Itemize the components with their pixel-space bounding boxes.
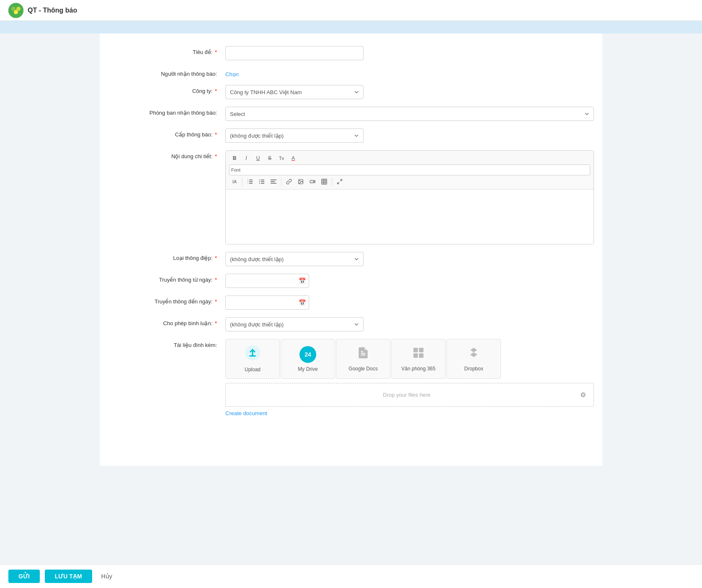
strikethrough-button[interactable]: S [264,153,275,164]
rich-text-editor: B I U S Tx A Font IA [225,150,594,244]
tieu-de-input[interactable] [225,46,364,60]
svg-point-2 [16,7,21,11]
cong-ty-select[interactable]: Công ty TNHH ABC Việt Nam [225,85,364,99]
svg-rect-38 [419,353,423,358]
svg-point-12 [259,183,260,184]
app-header: QT - Thông báo [0,0,702,21]
svg-point-3 [14,10,18,14]
create-document-link[interactable]: Create document [225,410,267,416]
svg-rect-21 [310,180,314,183]
app-logo [8,3,23,18]
svg-rect-35 [413,348,418,352]
svg-point-1 [11,7,15,11]
unordered-list-button[interactable] [256,176,267,187]
truyen-den-row: Truyền thông đến ngày: * 📅 [108,295,594,310]
loai-select[interactable]: (không được thiết lập) [225,252,364,266]
truyen-den-input[interactable] [225,295,309,310]
italic-button[interactable]: I [241,153,252,164]
app-title: QT - Thông báo [28,7,77,14]
binh-luan-select[interactable]: (không được thiết lập) [225,317,364,331]
office-icon [412,346,425,362]
google-docs-icon [356,346,370,362]
attachment-section: Upload 24 My Drive [225,339,594,416]
svg-rect-16 [271,180,276,180]
editor-body[interactable] [226,190,594,244]
svg-rect-23 [322,179,327,184]
page-content: Tiêu đề: * Người nhận thông báo: Chọn Cô… [100,33,602,466]
tx-button[interactable]: Tx [276,153,287,164]
my-drive-button[interactable]: 24 My Drive [281,339,335,379]
phong-ban-row: Phòng ban nhận thông báo: Select [108,107,594,121]
office365-button[interactable]: Văn phòng 365 [391,339,446,379]
upload-button[interactable]: Upload [225,339,280,379]
cong-ty-label: Công ty: * [108,85,225,94]
noi-dung-label: Nội dung chi tiết: * [108,150,225,159]
font-color-button[interactable]: A [288,153,299,164]
drop-zone-text: Drop your files here [233,392,580,398]
drive-label: My Drive [298,366,317,372]
truyen-tu-input[interactable] [225,274,309,288]
nguoi-nhan-row: Người nhận thông báo: Chọn [108,68,594,77]
svg-line-29 [338,182,339,184]
ordered-list-button[interactable]: 1 2 3 [245,176,256,187]
dropbox-label: Dropbox [464,366,483,372]
toolbar-divider-3 [332,177,332,186]
bold-button[interactable]: B [229,153,240,164]
font-select[interactable]: Font [229,164,590,175]
toolbar-divider-2 [281,177,281,186]
truyen-den-label: Truyền thông đến ngày: * [108,295,225,305]
svg-rect-37 [413,353,418,358]
video-button[interactable] [307,176,318,187]
upload-icon [245,345,260,363]
binh-luan-label: Cho phép bình luận: * [108,317,225,326]
svg-point-20 [299,180,300,181]
gdocs-label: Google Docs [348,366,377,372]
dropbox-button[interactable]: Dropbox [446,339,501,379]
image-button[interactable] [295,176,306,187]
noi-dung-row: Nội dung chi tiết: * B I U S Tx A Font I… [108,150,594,244]
align-button[interactable] [268,176,279,187]
cong-ty-row: Công ty: * Công ty TNHH ABC Việt Nam [108,85,594,99]
cap-row: Cấp thông báo: * (không được thiết lập) [108,128,594,143]
drive-badge: 24 [299,346,316,363]
cap-label: Cấp thông báo: * [108,128,225,138]
nguoi-nhan-label: Người nhận thông báo: [108,68,225,77]
svg-rect-36 [419,348,423,352]
chon-link[interactable]: Chọn [225,68,239,77]
svg-line-28 [340,180,342,181]
binh-luan-row: Cho phép bình luận: * (không được thiết … [108,317,594,331]
underline-button[interactable]: U [253,153,263,164]
editor-toolbar: B I U S Tx A Font IA [226,151,594,190]
dropbox-icon [467,346,480,362]
svg-point-10 [259,180,260,180]
loai-label: Loại thông điệp: * [108,252,225,261]
truyen-tu-row: Truyền thông từ ngày: * 📅 [108,274,594,288]
truyen-tu-label: Truyền thông từ ngày: * [108,274,225,283]
tieu-de-label: Tiêu đề: * [108,46,225,55]
phong-ban-select[interactable]: Select [225,107,594,121]
svg-text:3: 3 [248,182,248,184]
gear-button[interactable]: ⚙ [580,391,586,399]
svg-rect-17 [271,181,275,182]
svg-marker-22 [314,180,315,183]
tai-lieu-row: Tài liệu đính kèm: Upload [108,339,594,416]
google-docs-button[interactable]: Google Docs [336,339,390,379]
cap-select[interactable]: (không được thiết lập) [225,128,364,143]
tieu-de-row: Tiêu đề: * [108,46,594,60]
font-size-button[interactable]: IA [229,176,240,187]
tai-lieu-label: Tài liệu đính kèm: [108,339,225,348]
office-label: Văn phòng 365 [401,366,435,372]
loai-row: Loại thông điệp: * (không được thiết lập… [108,252,594,266]
toolbar-divider-1 [242,177,243,186]
svg-point-11 [259,181,260,182]
upload-label: Upload [245,367,261,372]
drop-zone[interactable]: Drop your files here ⚙ [225,383,594,407]
attachment-buttons: Upload 24 My Drive [225,339,594,379]
phong-ban-label: Phòng ban nhận thông báo: [108,107,225,116]
svg-rect-18 [271,183,276,184]
table-button[interactable] [319,176,330,187]
fullscreen-button[interactable] [334,176,345,187]
blue-banner [0,21,702,33]
link-button[interactable] [284,176,294,187]
